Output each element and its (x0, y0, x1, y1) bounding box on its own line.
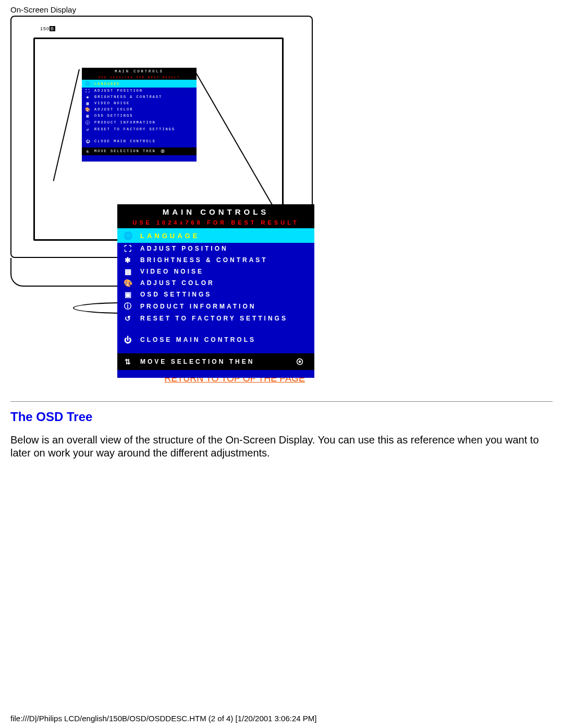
updown-icon: ⇅ (85, 149, 90, 154)
osd-item-label: ADJUST POSITION (94, 89, 143, 93)
sun-icon: ✱ (85, 95, 90, 100)
osd-item[interactable]: ⓘPRODUCT INFORMATION (82, 119, 197, 126)
osd-footer-label: MOVE SELECTION THEN (140, 358, 254, 365)
model-suffix: B (50, 26, 55, 31)
osd-item-label: CLOSE MAIN CONTROLS (94, 139, 156, 144)
page-footer: file:///D|/Philips LCD/english/150B/OSD/… (10, 714, 316, 723)
reset-icon: ↺ (85, 127, 90, 132)
osd-item-label: OSD SETTINGS (140, 291, 212, 298)
osd-item-label: BRIGHTNESS & CONTRAST (140, 256, 268, 264)
osd-panel-small: MAIN CONTROLS USE 1024x768 FOR BEST RESU… (82, 68, 197, 162)
palette-icon: 🎨 (123, 279, 133, 287)
osd-item[interactable]: 🎨ADJUST COLOR (117, 277, 314, 289)
osd-item[interactable]: ↺RESET TO FACTORY SETTINGS (117, 313, 314, 324)
osd-item-label: RESET TO FACTORY SETTINGS (140, 315, 288, 322)
page-header: On-Screen Display (10, 5, 76, 14)
ok-icon: ⦿ (295, 357, 305, 366)
osd-item[interactable]: ⛶ADJUST POSITION (82, 88, 197, 94)
osd-item-label: BRIGHTNESS & CONTRAST (94, 95, 162, 99)
osd-item-label: LANGUAGE (94, 82, 120, 86)
osd-item-selected[interactable]: 🌐 LANGUAGE (82, 80, 197, 88)
osd-panel-large: MAIN CONTROLS USE 1024x768 FOR BEST RESU… (117, 204, 314, 378)
globe-icon: 🌐 (85, 81, 90, 86)
osd-item-label: VIDEO NOISE (94, 101, 130, 105)
osd-item[interactable]: ▦VIDEO NOISE (82, 100, 197, 106)
frame-icon: ⛶ (123, 244, 133, 253)
grid-icon: ▦ (85, 101, 90, 106)
info-icon: ⓘ (123, 302, 133, 311)
osd-footer-hint: ⇅ MOVE SELECTION THEN ⦿ (117, 353, 314, 370)
osd-hint: USE 1024x768 FOR BEST RESULT (117, 219, 314, 228)
info-icon: ⓘ (85, 120, 90, 126)
osd-item[interactable]: ⛶ADJUST POSITION (117, 243, 314, 254)
osd-item-label: ADJUST COLOR (140, 279, 215, 287)
osd-item-label: PRODUCT INFORMATION (140, 303, 256, 310)
osd-item-label: ADJUST POSITION (140, 245, 228, 252)
osd-item[interactable]: ✱BRIGHTNESS & CONTRAST (117, 254, 314, 266)
osd-item[interactable]: ▣OSD SETTINGS (82, 113, 197, 119)
monitor-model-label: 150B (40, 26, 55, 31)
osd-item-label: PRODUCT INFORMATION (94, 120, 156, 125)
osd-hint: USE 1024x768 FOR BEST RESULT (82, 75, 197, 80)
horizontal-rule (10, 401, 553, 402)
reset-icon: ↺ (123, 314, 133, 323)
osd-item-label: VIDEO NOISE (140, 268, 204, 275)
osd-title: MAIN CONTROLS (82, 68, 197, 75)
osd-item-selected[interactable]: 🌐 LANGUAGE (117, 228, 314, 243)
palette-icon: 🎨 (85, 107, 90, 112)
sun-icon: ✱ (123, 256, 133, 264)
osd-item-label: ADJUST COLOR (94, 107, 133, 112)
osd-close-item[interactable]: ⏻CLOSE MAIN CONTROLS (117, 334, 314, 346)
window-icon: ▣ (123, 290, 133, 299)
window-icon: ▣ (85, 114, 90, 118)
osd-item-label: CLOSE MAIN CONTROLS (140, 336, 256, 343)
osd-item[interactable]: ▦VIDEO NOISE (117, 266, 314, 277)
section-heading-osd-tree: The OSD Tree (10, 410, 92, 424)
updown-icon: ⇅ (123, 357, 133, 366)
osd-close-item[interactable]: ⏻CLOSE MAIN CONTROLS (82, 138, 197, 145)
model-prefix: 150 (40, 26, 50, 31)
osd-footer-label: MOVE SELECTION THEN (94, 149, 156, 154)
osd-item[interactable]: ✱BRIGHTNESS & CONTRAST (82, 94, 197, 100)
osd-item[interactable]: 🎨ADJUST COLOR (82, 106, 197, 113)
osd-title: MAIN CONTROLS (117, 204, 314, 219)
osd-item[interactable]: ▣OSD SETTINGS (117, 289, 314, 300)
frame-icon: ⛶ (85, 89, 90, 93)
ok-icon: ⦿ (160, 149, 165, 154)
section-body: Below is an overall view of the structur… (10, 434, 553, 460)
osd-item[interactable]: ⓘPRODUCT INFORMATION (117, 300, 314, 313)
power-icon: ⏻ (85, 139, 90, 144)
power-icon: ⏻ (123, 336, 133, 344)
osd-item-label: LANGUAGE (140, 232, 200, 240)
grid-icon: ▦ (123, 267, 133, 276)
osd-item-label: RESET TO FACTORY SETTINGS (94, 127, 175, 131)
globe-icon: 🌐 (123, 231, 133, 240)
monitor-illustration: 150B MAIN CONTROLS USE 1024x768 FOR BEST… (10, 16, 323, 370)
osd-item-label: OSD SETTINGS (94, 114, 133, 118)
osd-footer-hint: ⇅MOVE SELECTION THEN⦿ (82, 147, 197, 155)
osd-item[interactable]: ↺RESET TO FACTORY SETTINGS (82, 126, 197, 132)
